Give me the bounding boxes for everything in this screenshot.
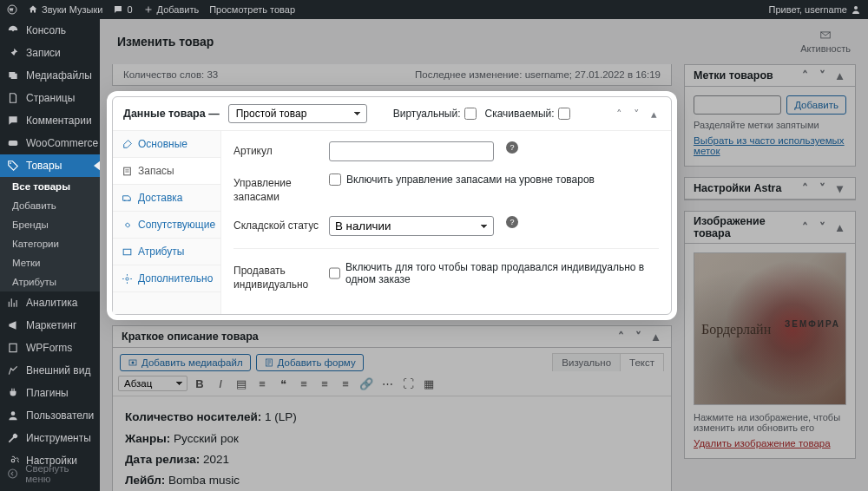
sidebar-subitem-5[interactable]: Атрибуты (0, 272, 100, 291)
tags-frequent-link[interactable]: Выбрать из часто используемых меток (694, 135, 846, 156)
sidebar-item-5[interactable]: WooCommerce (0, 132, 100, 154)
fullscreen-icon[interactable]: ⛶ (399, 375, 417, 392)
product-tab-Запасы[interactable]: Запасы (113, 158, 220, 185)
manage-stock-checkbox[interactable] (329, 173, 341, 186)
panel-down-icon[interactable]: ˅ (815, 181, 829, 195)
product-tab-Доставка[interactable]: Доставка (113, 185, 220, 212)
sold-individually-label: Продавать индивидуально (233, 261, 320, 291)
astra-title: Настройки Astra (694, 182, 781, 194)
collapse-menu-button[interactable]: Свернуть меню (0, 456, 100, 491)
paragraph-format-select[interactable]: Абзац (118, 376, 187, 391)
editor-tab-text[interactable]: Текст (621, 354, 663, 371)
remove-image-link[interactable]: Удалить изображение товара (694, 438, 831, 448)
virtual-checkbox[interactable] (464, 108, 477, 120)
sidebar-item-2[interactable]: Медиафайлы (0, 64, 100, 87)
sold-individually-checkbox[interactable] (329, 267, 340, 279)
sidebar-subitem-1[interactable]: Добавить (0, 196, 100, 215)
activity-button[interactable]: Активность (800, 29, 851, 54)
svg-point-8 (9, 469, 17, 478)
sidebar-item-11[interactable]: Плагины (0, 382, 100, 404)
sidebar-subitem-4[interactable]: Метки (0, 253, 100, 272)
product-tab-Основные[interactable]: Основные (113, 131, 220, 158)
svg-point-14 (126, 277, 128, 279)
editor-status-bar: Количество слов: 33 Последнее изменение:… (112, 64, 672, 86)
panel-toggle-icon[interactable]: ▴ (647, 108, 661, 121)
panel-down-icon[interactable]: ˅ (815, 220, 829, 234)
last-edit: Последнее изменение: username; 27.01.202… (415, 69, 661, 80)
svg-point-11 (124, 200, 126, 201)
sidebar-item-12[interactable]: Пользователи (0, 404, 100, 427)
panel-down-icon[interactable]: ˅ (629, 108, 643, 121)
quote-icon[interactable]: ❝ (274, 375, 292, 392)
sidebar-item-4[interactable]: Комментарии (0, 109, 100, 132)
align-left-icon[interactable]: ≡ (295, 375, 312, 392)
italic-icon[interactable]: I (212, 375, 229, 392)
panel-up-icon[interactable]: ˄ (798, 220, 812, 234)
sku-input[interactable] (329, 141, 494, 161)
tags-add-button[interactable]: Добавить (786, 95, 846, 115)
sidebar-item-10[interactable]: Внешний вид (0, 359, 100, 382)
panel-up-icon[interactable]: ˄ (798, 181, 812, 195)
sidebar-item-1[interactable]: Записи (0, 42, 100, 64)
page-title: Изменить товар (117, 35, 214, 49)
comments-link[interactable]: 0 (113, 4, 132, 15)
bold-icon[interactable]: B (191, 375, 208, 392)
product-tab-Сопутствующие[interactable]: Сопутствующие (113, 212, 220, 239)
sidebar-item-8[interactable]: Маркетинг (0, 314, 100, 337)
number-list-icon[interactable]: ≡ (253, 375, 271, 392)
wp-logo-icon[interactable] (7, 4, 17, 15)
svg-rect-10 (124, 167, 131, 175)
manage-stock-text: Включить управление запасами на уровне т… (346, 173, 595, 186)
panel-toggle-icon[interactable]: ▾ (832, 181, 846, 195)
sidebar-item-6[interactable]: Товары (0, 154, 100, 177)
sidebar-item-9[interactable]: WPForms (0, 337, 100, 359)
panel-up-icon[interactable]: ˄ (614, 330, 628, 344)
downloadable-checkbox[interactable] (558, 108, 570, 120)
editor-content-area[interactable]: Количество носителей: 1 (LP)Жанры: Русск… (113, 396, 671, 491)
stock-status-select[interactable]: В наличии (329, 216, 494, 236)
more-icon[interactable]: ⋯ (378, 375, 396, 392)
editor-tab-visual[interactable]: Визуально (553, 354, 621, 371)
panel-toggle-icon[interactable]: ▴ (648, 330, 662, 344)
site-link[interactable]: Звуки Музыки (28, 4, 102, 15)
help-icon[interactable]: ? (506, 141, 518, 154)
panel-up-icon[interactable]: ˄ (612, 108, 626, 121)
add-form-button[interactable]: Добавить форму (256, 354, 364, 371)
panel-toggle-icon[interactable]: ▴ (832, 220, 846, 234)
inventory-panel: Артикул ? Управление запасами Включить у… (221, 131, 671, 314)
product-tab-Атрибуты[interactable]: Атрибуты (113, 239, 220, 265)
sidebar-item-7[interactable]: Аналитика (0, 291, 100, 314)
sidebar-subitem-2[interactable]: Бренды (0, 215, 100, 234)
align-right-icon[interactable]: ≡ (337, 375, 354, 392)
svg-point-2 (12, 29, 14, 31)
panel-up-icon[interactable]: ˄ (798, 69, 812, 82)
help-icon[interactable]: ? (506, 216, 518, 228)
image-note: Нажмите на изображение, чтобы изменить и… (694, 412, 846, 433)
sidebar-item-13[interactable]: Инструменты (0, 427, 100, 449)
tags-input[interactable] (694, 95, 781, 115)
sidebar-subitem-3[interactable]: Категории (0, 234, 100, 253)
panel-down-icon[interactable]: ˅ (815, 69, 829, 82)
svg-point-12 (128, 200, 130, 201)
sidebar-item-0[interactable]: Консоль (0, 19, 100, 42)
svg-rect-13 (123, 249, 131, 255)
toolbar-toggle-icon[interactable]: ▦ (420, 375, 437, 392)
add-media-button[interactable]: Добавить медиафайл (120, 354, 251, 371)
svg-point-1 (854, 6, 858, 10)
sold-individually-text: Включить для того чтобы товар продавался… (345, 261, 659, 285)
add-new-link[interactable]: Добавить (143, 4, 200, 15)
user-greeting[interactable]: Привет, username (769, 4, 862, 15)
panel-toggle-icon[interactable]: ▴ (832, 69, 846, 82)
panel-down-icon[interactable]: ˅ (631, 330, 645, 344)
sidebar-item-3[interactable]: Страницы (0, 87, 100, 109)
link-icon[interactable]: 🔗 (358, 375, 375, 392)
astra-settings-postbox: Настройки Astra ˄ ˅ ▾ (684, 177, 856, 200)
product-type-select[interactable]: Простой товар (228, 104, 367, 123)
view-product-link[interactable]: Просмотреть товар (209, 4, 295, 15)
align-center-icon[interactable]: ≡ (316, 375, 333, 392)
product-tab-Дополнительно[interactable]: Дополнительно (113, 265, 220, 292)
bullet-list-icon[interactable]: ▤ (233, 375, 250, 392)
sidebar-subitem-0[interactable]: Все товары (0, 177, 100, 196)
admin-sidebar: КонсольЗаписиМедиафайлыСтраницыКомментар… (0, 19, 100, 491)
featured-image[interactable]: Бордерлайн ЗЕМФИРА (694, 252, 846, 405)
